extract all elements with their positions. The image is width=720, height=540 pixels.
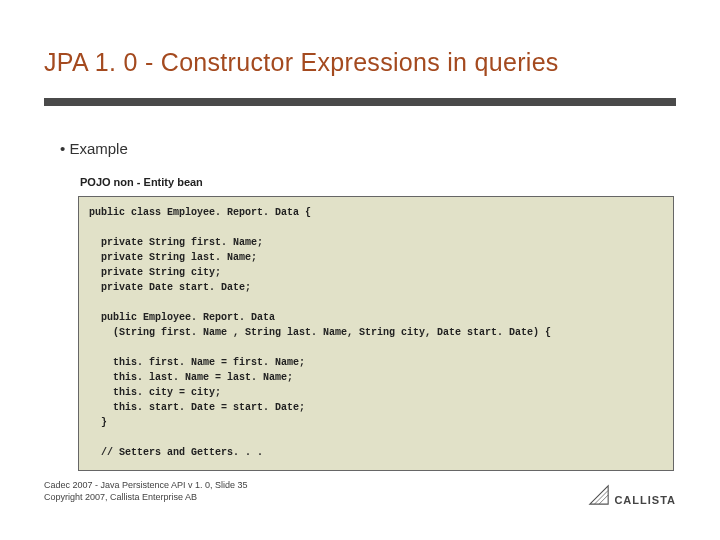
slide: JPA 1. 0 - Constructor Expressions in qu… <box>0 0 720 540</box>
footer-line-1: Cadec 2007 - Java Persistence API v 1. 0… <box>44 479 248 492</box>
brand-name: CALLISTA <box>614 494 676 506</box>
svg-line-1 <box>590 486 608 504</box>
code-block: public class Employee. Report. Data { pr… <box>78 196 674 471</box>
bullet-example: • Example <box>60 140 128 157</box>
title-rule <box>44 98 676 106</box>
triangle-icon <box>588 484 610 506</box>
page-title: JPA 1. 0 - Constructor Expressions in qu… <box>44 48 676 77</box>
footer-line-2: Copyright 2007, Callista Enterprise AB <box>44 491 248 504</box>
code-subheading: POJO non - Entity bean <box>80 176 203 188</box>
brand-logo: CALLISTA <box>588 484 676 506</box>
footer: Cadec 2007 - Java Persistence API v 1. 0… <box>44 479 248 504</box>
svg-line-2 <box>599 495 608 504</box>
